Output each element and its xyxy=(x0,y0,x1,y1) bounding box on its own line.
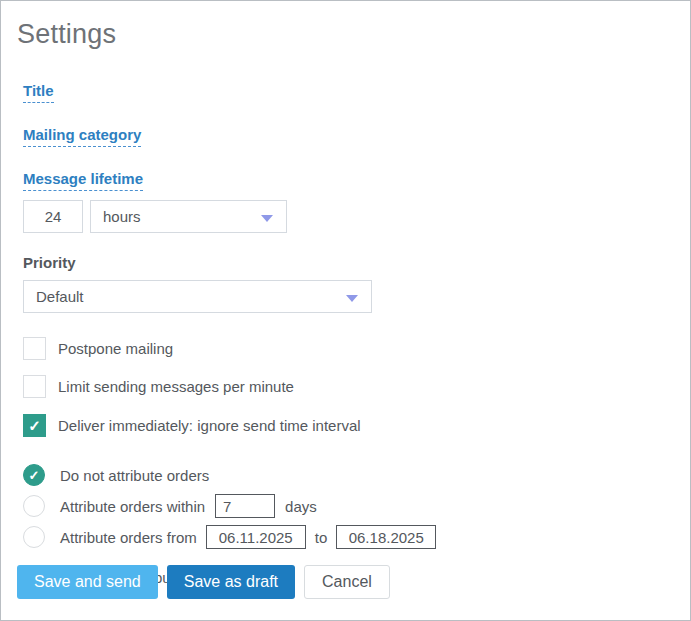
attribute-range-radio[interactable] xyxy=(23,526,45,548)
attribution-radio-group: ✓ Do not attribute orders Attribute orde… xyxy=(23,463,674,549)
deliver-immediately-checkbox[interactable]: ✓ xyxy=(23,414,46,437)
mailing-category-link[interactable]: Mailing category xyxy=(23,126,141,147)
check-icon: ✓ xyxy=(29,469,40,482)
lifetime-value-input[interactable] xyxy=(23,200,83,233)
priority-select[interactable]: Default xyxy=(23,280,372,313)
attribute-within-radio-row[interactable]: Attribute orders within days xyxy=(23,494,674,518)
postpone-mailing-label: Postpone mailing xyxy=(58,340,173,357)
attribute-within-label: Attribute orders within xyxy=(60,498,205,515)
limit-sending-label: Limit sending messages per minute xyxy=(58,378,294,395)
title-link-row: Title xyxy=(23,82,674,103)
limit-sending-checkbox-row[interactable]: Limit sending messages per minute xyxy=(23,375,674,398)
attribute-range-radio-row[interactable]: Attribute orders from to xyxy=(23,525,674,549)
message-lifetime-controls: hours xyxy=(23,200,674,233)
page-title: Settings xyxy=(17,19,674,50)
do-not-attribute-label: Do not attribute orders xyxy=(60,467,209,484)
lifetime-unit-select[interactable]: hours xyxy=(90,200,287,233)
save-and-send-button[interactable]: Save and send xyxy=(17,565,158,599)
days-suffix-label: days xyxy=(285,498,317,515)
attribute-within-radio[interactable] xyxy=(23,495,45,517)
do-not-attribute-radio-row[interactable]: ✓ Do not attribute orders xyxy=(23,463,674,487)
chevron-down-icon xyxy=(261,215,273,222)
settings-panel: Settings Title Mailing category Message … xyxy=(0,0,691,621)
attribute-to-date-input[interactable] xyxy=(336,525,436,549)
message-lifetime-link-row: Message lifetime xyxy=(23,170,674,191)
postpone-mailing-checkbox-row[interactable]: Postpone mailing xyxy=(23,337,674,360)
postpone-mailing-checkbox[interactable] xyxy=(23,337,46,360)
priority-label: Priority xyxy=(23,254,674,271)
priority-select-row: Default xyxy=(23,280,674,313)
attribute-from-date-input[interactable] xyxy=(206,525,306,549)
deliver-immediately-checkbox-row[interactable]: ✓ Deliver immediately: ignore send time … xyxy=(23,414,674,437)
to-label: to xyxy=(315,529,328,546)
attribute-within-days-input[interactable] xyxy=(215,494,275,518)
lifetime-unit-value: hours xyxy=(103,208,141,225)
do-not-attribute-radio[interactable]: ✓ xyxy=(23,464,45,486)
settings-form: Title Mailing category Message lifetime … xyxy=(17,82,674,589)
cancel-button[interactable]: Cancel xyxy=(304,565,390,599)
attribute-range-label: Attribute orders from xyxy=(60,529,197,546)
mailing-category-link-row: Mailing category xyxy=(23,126,674,147)
limit-sending-checkbox[interactable] xyxy=(23,375,46,398)
title-link[interactable]: Title xyxy=(23,82,54,103)
deliver-immediately-label: Deliver immediately: ignore send time in… xyxy=(58,417,361,434)
action-buttons: Save and send Save as draft Cancel xyxy=(17,565,390,599)
save-as-draft-button[interactable]: Save as draft xyxy=(167,565,295,599)
priority-value: Default xyxy=(36,288,84,305)
chevron-down-icon xyxy=(346,295,358,302)
check-icon: ✓ xyxy=(28,418,41,433)
message-lifetime-link[interactable]: Message lifetime xyxy=(23,170,143,191)
